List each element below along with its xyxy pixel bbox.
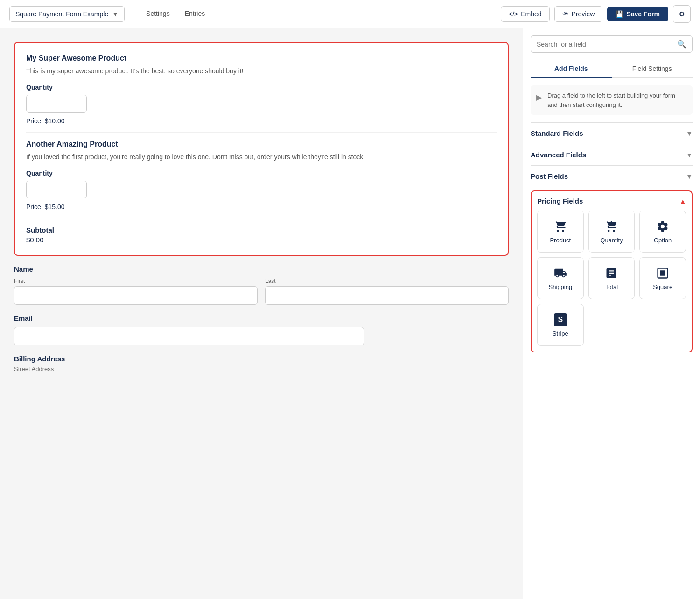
- preview-icon: 👁: [562, 10, 569, 18]
- pricing-fields-header[interactable]: Pricing Fields ▲: [537, 197, 686, 205]
- stripe-icon: S: [554, 313, 567, 326]
- product-2-qty-label: Quantity: [26, 169, 497, 177]
- first-name-col: First: [14, 278, 258, 305]
- quantity-card-label: Quantity: [600, 237, 623, 244]
- product-divider-2: [26, 218, 497, 218]
- pricing-fields-section: Pricing Fields ▲ Product Quantity: [531, 190, 693, 352]
- advanced-fields-header[interactable]: Advanced Fields ▼: [531, 144, 693, 165]
- subtotal-value: $0.00: [26, 236, 497, 244]
- last-name-input[interactable]: [265, 286, 509, 305]
- email-field-group: Email: [14, 314, 509, 345]
- pricing-field-cards-grid: Product Quantity Option: [537, 211, 686, 346]
- field-card-shipping[interactable]: Shipping: [537, 257, 584, 299]
- drag-hint-text: Drag a field to the left to start buildi…: [547, 91, 687, 109]
- post-fields-chevron: ▼: [686, 173, 693, 180]
- product-1-qty-input[interactable]: [27, 95, 87, 112]
- product-1-qty-label: Quantity: [26, 84, 497, 91]
- embed-icon: </>: [509, 10, 518, 18]
- product-block: My Super Awesome Product This is my supe…: [14, 42, 509, 256]
- save-icon: 💾: [616, 10, 623, 18]
- standard-fields-header[interactable]: Standard Fields ▼: [531, 123, 693, 144]
- email-label: Email: [14, 314, 509, 322]
- advanced-fields-chevron: ▼: [686, 151, 693, 159]
- save-form-button[interactable]: 💾 Save Form: [607, 7, 668, 21]
- gear-button[interactable]: ⚙: [673, 5, 691, 23]
- option-icon: [656, 220, 669, 233]
- embed-label: Embed: [521, 10, 541, 18]
- product-1-price: Price: $10.00: [26, 117, 497, 125]
- save-label: Save Form: [626, 10, 660, 18]
- accordion-post-fields: Post Fields ▼: [531, 165, 693, 187]
- name-field-group: Name First Last: [14, 265, 509, 305]
- tab-add-fields[interactable]: Add Fields: [531, 60, 612, 78]
- accordion-advanced-fields: Advanced Fields ▼: [531, 144, 693, 165]
- pricing-fields-title: Pricing Fields: [537, 197, 583, 205]
- total-card-label: Total: [605, 283, 618, 290]
- standard-fields-chevron: ▼: [686, 130, 693, 137]
- subtotal-label: Subtotal: [26, 226, 497, 234]
- product-2-title: Another Amazing Product: [26, 140, 497, 148]
- form-section-name: Name First Last Email: [14, 265, 509, 373]
- field-card-total[interactable]: Total: [588, 257, 635, 299]
- first-name-input[interactable]: [14, 286, 258, 305]
- quantity-icon: [605, 220, 618, 233]
- embed-button[interactable]: </> Embed: [501, 6, 550, 22]
- tab-field-settings[interactable]: Field Settings: [612, 60, 693, 78]
- product-2-desc: If you loved the first product, you're r…: [26, 152, 497, 162]
- pricing-fields-chevron: ▲: [679, 197, 686, 205]
- field-card-square[interactable]: Square: [639, 257, 686, 299]
- field-card-stripe[interactable]: S Stripe: [537, 304, 584, 346]
- header-actions: </> Embed 👁 Preview 💾 Save Form ⚙: [501, 5, 691, 23]
- form-selector[interactable]: Square Payment Form Example ▼: [9, 6, 125, 22]
- header-nav: Settings Entries: [139, 6, 212, 22]
- product-2: Another Amazing Product If you loved the…: [26, 140, 497, 211]
- product-1-desc: This is my super awesome product. It's t…: [26, 66, 497, 76]
- sidebar-tabs: Add Fields Field Settings: [531, 60, 693, 78]
- preview-label: Preview: [572, 10, 595, 18]
- cursor-icon: ▶: [536, 92, 542, 103]
- square-card-label: Square: [653, 283, 672, 290]
- email-input[interactable]: [14, 327, 364, 345]
- accordion-standard-fields: Standard Fields ▼: [531, 122, 693, 144]
- product-2-qty-wrap: ▲ ▼: [26, 181, 497, 198]
- nav-entries[interactable]: Entries: [177, 6, 213, 22]
- advanced-fields-title: Advanced Fields: [531, 151, 586, 159]
- svg-rect-1: [660, 270, 665, 276]
- product-1: My Super Awesome Product This is my supe…: [26, 54, 497, 125]
- post-fields-header[interactable]: Post Fields ▼: [531, 166, 693, 187]
- billing-title: Billing Address: [14, 355, 509, 363]
- gear-icon: ⚙: [679, 10, 685, 18]
- main-layout: My Super Awesome Product This is my supe…: [0, 28, 700, 599]
- subtotal-section: Subtotal $0.00: [26, 226, 497, 244]
- name-label: Name: [14, 265, 509, 273]
- product-2-price: Price: $15.00: [26, 203, 497, 211]
- drag-hint: ▶ Drag a field to the left to start buil…: [531, 85, 693, 115]
- product-1-qty-input-box: ▲ ▼: [26, 95, 87, 113]
- preview-button[interactable]: 👁 Preview: [554, 6, 603, 22]
- product-divider: [26, 132, 497, 133]
- name-row: First Last: [14, 278, 509, 305]
- shipping-card-label: Shipping: [549, 283, 573, 290]
- square-icon: [656, 267, 669, 280]
- product-card-label: Product: [550, 237, 571, 244]
- field-card-product[interactable]: Product: [537, 211, 584, 253]
- street-label: Street Address: [14, 366, 509, 373]
- search-icon: 🔍: [677, 40, 686, 49]
- nav-settings[interactable]: Settings: [139, 6, 177, 22]
- billing-field-group: Billing Address Street Address: [14, 355, 509, 373]
- chevron-down-icon: ▼: [112, 10, 119, 18]
- option-card-label: Option: [654, 237, 672, 244]
- product-2-qty-input[interactable]: [27, 181, 87, 198]
- last-label: Last: [265, 278, 509, 284]
- search-box: 🔍: [531, 35, 693, 53]
- form-area: My Super Awesome Product This is my supe…: [0, 28, 523, 599]
- header: Square Payment Form Example ▼ Settings E…: [0, 0, 700, 28]
- product-2-qty-input-box: ▲ ▼: [26, 181, 87, 198]
- product-icon: [554, 220, 567, 233]
- search-input[interactable]: [537, 41, 673, 48]
- field-card-option[interactable]: Option: [639, 211, 686, 253]
- last-name-col: Last: [265, 278, 509, 305]
- total-icon: [605, 267, 618, 280]
- field-card-quantity[interactable]: Quantity: [588, 211, 635, 253]
- first-label: First: [14, 278, 258, 284]
